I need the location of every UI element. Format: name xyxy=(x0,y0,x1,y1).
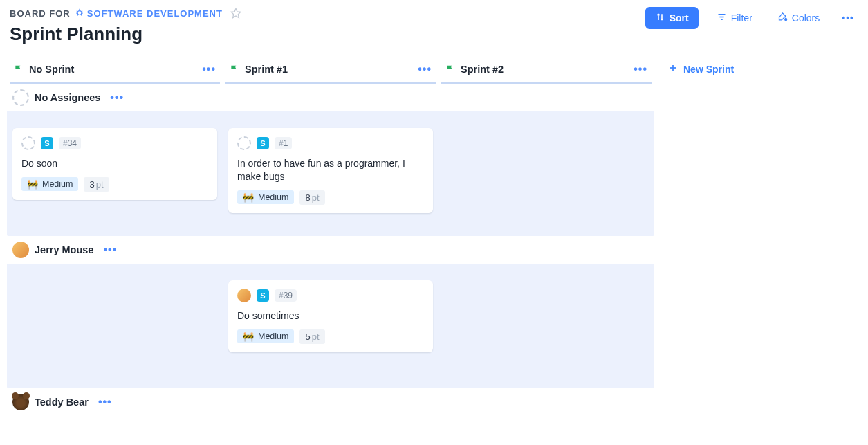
header-actions: Sort Filter Colors ••• xyxy=(645,7,858,29)
unassigned-avatar-icon xyxy=(12,89,29,106)
sort-icon xyxy=(655,12,665,24)
filter-button[interactable]: Filter xyxy=(710,8,759,28)
card-id-chip: #1 xyxy=(275,137,292,149)
card[interactable]: S #1 In order to have fun as a programme… xyxy=(228,128,433,213)
page-header: BOARD FOR SOFTWARE DEVELOPMENT Sprint Pl… xyxy=(0,0,868,53)
swimlane-menu-button[interactable]: ••• xyxy=(103,244,117,256)
column-header[interactable]: No Sprint ••• xyxy=(10,57,220,84)
priority-label: Medium xyxy=(42,179,73,189)
swimlane-body: S #34 Do soon 🚧 Medium 3pt xyxy=(7,111,654,236)
sort-button[interactable]: Sort xyxy=(645,7,699,29)
breadcrumb-prefix: BOARD FOR xyxy=(10,8,71,19)
column-header[interactable]: Sprint #2 ••• xyxy=(441,57,652,84)
points-value: 8 xyxy=(305,192,310,203)
flag-icon xyxy=(230,64,239,74)
card-meta: 🚧 Medium 8pt xyxy=(237,190,424,205)
column-menu-button[interactable]: ••• xyxy=(634,63,647,75)
paint-icon xyxy=(777,12,788,24)
board-cell[interactable] xyxy=(438,264,654,388)
card-meta: 🚧 Medium 5pt xyxy=(237,329,424,344)
swimlane-header[interactable]: Teddy Bear ••• xyxy=(7,388,654,416)
swimlane-body: S #39 Do sometimes 🚧 Medium 5pt xyxy=(7,264,654,388)
card[interactable]: S #39 Do sometimes 🚧 Medium 5pt xyxy=(228,280,433,352)
card[interactable]: S #34 Do soon 🚧 Medium 3pt xyxy=(12,128,217,200)
priority-label: Medium xyxy=(258,192,288,202)
favorite-star-button[interactable] xyxy=(230,7,242,19)
priority-chip: 🚧 Medium xyxy=(21,177,78,191)
column-title: Sprint #1 xyxy=(245,64,412,75)
column-header[interactable]: Sprint #1 ••• xyxy=(225,57,436,84)
user-avatar-icon xyxy=(12,394,29,410)
breadcrumb-project-name: SOFTWARE DEVELOPMENT xyxy=(87,8,223,19)
column-menu-button[interactable]: ••• xyxy=(202,63,216,75)
card-id-number: 34 xyxy=(68,138,77,148)
plus-icon xyxy=(668,63,678,75)
bug-icon xyxy=(75,8,84,19)
card-id-number: 1 xyxy=(284,138,288,148)
card-id-chip: #39 xyxy=(275,289,297,302)
column-menu-button[interactable]: ••• xyxy=(418,63,432,75)
points-unit: pt xyxy=(312,192,320,203)
priority-icon: 🚧 xyxy=(243,332,254,341)
card-title: Do sometimes xyxy=(237,309,424,323)
swimlane: Teddy Bear ••• xyxy=(7,388,654,416)
board-cell[interactable] xyxy=(7,264,223,388)
svg-point-0 xyxy=(77,10,82,15)
points-unit: pt xyxy=(96,179,104,190)
user-avatar-icon xyxy=(12,242,29,258)
colors-label: Colors xyxy=(792,12,820,24)
swimlane-title: Jerry Mouse xyxy=(35,244,93,255)
card-top-row: S #1 xyxy=(237,136,424,150)
swimlane-title: No Assignees xyxy=(35,92,100,103)
priority-icon: 🚧 xyxy=(243,193,254,202)
card-id-number: 39 xyxy=(284,291,293,300)
swimlane: Jerry Mouse ••• S #39 Do sometimes xyxy=(7,236,654,388)
card-meta: 🚧 Medium 3pt xyxy=(21,177,208,192)
column-title: Sprint #2 xyxy=(461,64,628,75)
more-horizontal-icon: ••• xyxy=(842,12,854,24)
new-sprint-column: New Sprint xyxy=(661,57,741,80)
flag-icon xyxy=(14,64,24,74)
flag-icon xyxy=(445,64,455,74)
points-unit: pt xyxy=(312,332,320,342)
story-type-badge: S xyxy=(257,137,269,149)
card-top-row: S #34 xyxy=(21,136,208,150)
board-cell[interactable]: S #1 In order to have fun as a programme… xyxy=(223,111,438,236)
story-points-chip: 3pt xyxy=(84,177,109,192)
colors-button[interactable]: Colors xyxy=(770,8,827,28)
priority-label: Medium xyxy=(258,332,288,341)
breadcrumb-project-link[interactable]: SOFTWARE DEVELOPMENT xyxy=(75,8,223,19)
swimlane-title: Teddy Bear xyxy=(35,397,89,408)
filter-label: Filter xyxy=(731,12,752,24)
priority-chip: 🚧 Medium xyxy=(237,329,294,343)
card-id-chip: #34 xyxy=(59,137,81,149)
swimlane-menu-button[interactable]: ••• xyxy=(98,396,112,408)
filter-icon xyxy=(717,12,727,24)
sort-label: Sort xyxy=(670,12,689,24)
swimlane: No Assignees ••• S #34 Do soon xyxy=(7,84,654,236)
story-points-chip: 8pt xyxy=(299,190,324,205)
board-cell[interactable]: S #34 Do soon 🚧 Medium 3pt xyxy=(7,111,223,236)
new-sprint-label: New Sprint xyxy=(683,64,734,75)
column-headers-row: No Sprint ••• Sprint #1 ••• xyxy=(7,57,654,84)
swimlane-menu-button[interactable]: ••• xyxy=(110,91,124,104)
kanban-board: No Sprint ••• Sprint #1 ••• xyxy=(0,53,868,423)
board-cell[interactable] xyxy=(438,111,654,236)
new-sprint-button[interactable]: New Sprint xyxy=(661,57,741,80)
card-title: Do soon xyxy=(21,157,208,170)
story-type-badge: S xyxy=(257,289,269,302)
points-value: 3 xyxy=(89,179,94,190)
unassigned-avatar-icon xyxy=(21,136,35,150)
story-type-badge: S xyxy=(41,137,53,149)
swimlane-header[interactable]: No Assignees ••• xyxy=(7,84,654,111)
column-title: No Sprint xyxy=(29,64,196,75)
priority-chip: 🚧 Medium xyxy=(237,190,294,204)
card-title: In order to have fun as a programmer, I … xyxy=(237,157,424,183)
swimlane-header[interactable]: Jerry Mouse ••• xyxy=(7,236,654,264)
story-points-chip: 5pt xyxy=(299,329,324,344)
svg-marker-1 xyxy=(231,8,240,17)
card-top-row: S #39 xyxy=(237,289,424,302)
more-menu-button[interactable]: ••• xyxy=(838,8,858,28)
user-avatar-icon xyxy=(237,289,251,302)
board-cell[interactable]: S #39 Do sometimes 🚧 Medium 5pt xyxy=(223,264,438,388)
